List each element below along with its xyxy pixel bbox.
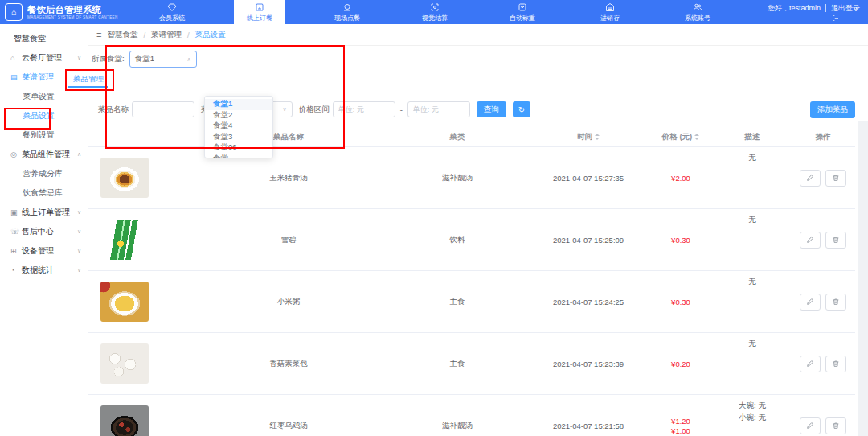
delete-button[interactable] bbox=[825, 417, 846, 434]
app-subtitle: MANAGEMENT SYSTEM OF SMART CANTEEN bbox=[27, 15, 118, 19]
nav-system-account[interactable]: 系统账号 bbox=[672, 0, 723, 24]
reset-button[interactable]: ↻ bbox=[513, 101, 530, 117]
top-bar: ⌂ 餐饮后台管理系统 MANAGEMENT SYSTEM OF SMART CA… bbox=[0, 0, 868, 24]
sort-price-icon[interactable] bbox=[694, 131, 699, 142]
dish-name: 红枣乌鸡汤 bbox=[191, 395, 386, 436]
delete-button[interactable] bbox=[825, 356, 846, 372]
sidebar-item-nutrition-library[interactable]: 营养成分库 bbox=[0, 164, 88, 183]
dropdown-option[interactable]: 食堂4 bbox=[205, 121, 272, 132]
col-header-ops: 操作 bbox=[791, 132, 855, 142]
dish-price: ¥1.20 bbox=[671, 417, 690, 426]
sidebar-item-mealtype-settings[interactable]: 餐别设置 bbox=[0, 125, 88, 145]
storefront-icon bbox=[255, 2, 264, 12]
dish-desc: 小碗: 无 bbox=[739, 413, 766, 423]
table-row: 红枣乌鸡汤 滋补靓汤 2021-04-07 15:21:58 ¥1.20 ¥1.… bbox=[88, 395, 855, 436]
nav-online-order[interactable]: 线上订餐 bbox=[234, 0, 285, 24]
dish-time: 2021-04-07 15:24:25 bbox=[529, 271, 648, 332]
refresh-icon: ↻ bbox=[518, 105, 525, 114]
delete-button[interactable] bbox=[825, 294, 846, 311]
search-button[interactable]: 查询 bbox=[477, 101, 506, 117]
menu-icon: ▤ bbox=[10, 73, 22, 81]
dish-desc: 无 bbox=[748, 277, 756, 287]
sidebar-item-after-sales[interactable]: ☏ 售后中心 ∨ bbox=[0, 222, 88, 241]
components-icon: ◎ bbox=[10, 150, 22, 158]
dish-time: 2021-04-07 15:27:35 bbox=[529, 147, 648, 208]
vision-scan-icon bbox=[430, 2, 440, 12]
divider bbox=[825, 4, 826, 12]
page-background-strip bbox=[858, 121, 868, 436]
table-row: 香菇素菜包 主食 2021-04-07 15:23:39 ¥0.20 无 bbox=[88, 333, 855, 395]
dish-price: ¥1.00 bbox=[671, 426, 690, 435]
edit-button[interactable] bbox=[800, 170, 821, 187]
sidebar-item-smart-canteen[interactable]: 智慧食堂 bbox=[0, 29, 88, 48]
sidebar-item-devices[interactable]: ⊞ 设备管理 ∨ bbox=[0, 241, 88, 261]
dish-table: 菜品名称 菜类 时间 价格 (元) 描述 操作 玉米猪骨汤 滋补靓汤 2021-… bbox=[88, 127, 855, 436]
dish-photo bbox=[100, 405, 149, 436]
dish-desc: 无 bbox=[748, 215, 756, 225]
sidebar-item-diet-taboo-library[interactable]: 饮食禁忌库 bbox=[0, 183, 88, 203]
sidebar-item-menu-settings[interactable]: 菜单设置 bbox=[0, 87, 88, 106]
sort-time-icon[interactable] bbox=[595, 131, 600, 142]
sidebar-item-statistics[interactable]: ◔ 数据统计 ∨ bbox=[0, 261, 88, 280]
logout-icon[interactable] bbox=[832, 14, 860, 22]
user-greeting: 您好，testadmin bbox=[768, 3, 821, 14]
building-icon: ⌂ bbox=[5, 3, 23, 21]
warehouse-icon bbox=[605, 2, 615, 12]
dish-price: ¥0.20 bbox=[671, 360, 690, 368]
col-header-time: 时间 bbox=[529, 131, 648, 142]
chevron-down-icon: ∨ bbox=[77, 209, 81, 216]
devices-icon: ⊞ bbox=[10, 247, 22, 255]
app-logo: ⌂ 餐饮后台管理系统 MANAGEMENT SYSTEM OF SMART CA… bbox=[0, 0, 143, 24]
dropdown-option-clipped[interactable]: 食堂 bbox=[205, 154, 272, 159]
home-icon: ⌂ bbox=[10, 54, 22, 62]
price-max-input[interactable] bbox=[407, 101, 470, 117]
price-min-input[interactable] bbox=[333, 101, 395, 117]
top-nav: 会员系统 线上订餐 现场点餐 视觉结算 自动称重 进销存 系统账号 bbox=[143, 0, 746, 24]
delete-button[interactable] bbox=[825, 170, 846, 187]
dish-photo bbox=[100, 282, 149, 322]
dish-price: ¥0.30 bbox=[671, 236, 690, 245]
collapse-sidebar-icon[interactable]: ≡ bbox=[96, 30, 101, 39]
orders-icon: ▣ bbox=[10, 208, 22, 216]
dish-price: ¥2.00 bbox=[671, 174, 690, 183]
canteen-select[interactable]: 食堂1 ∧ bbox=[129, 51, 197, 68]
nav-dine-in-order[interactable]: 现场点餐 bbox=[321, 0, 373, 24]
breadcrumb-item[interactable]: 智慧食堂 bbox=[107, 30, 137, 40]
users-icon bbox=[693, 2, 702, 12]
tab-dish-management[interactable]: 菜品管理 bbox=[68, 72, 108, 88]
chevron-down-icon: ∨ bbox=[77, 267, 81, 274]
chevron-down-icon: ∨ bbox=[77, 55, 81, 61]
add-dish-button[interactable]: 添加菜品 bbox=[810, 101, 855, 118]
sidebar-item-dish-components[interactable]: ◎ 菜品组件管理 ∧ bbox=[0, 145, 88, 164]
breadcrumb-item[interactable]: 菜谱管理 bbox=[151, 30, 182, 40]
dish-time: 2021-04-07 15:23:39 bbox=[529, 333, 648, 394]
nav-member-system[interactable]: 会员系统 bbox=[146, 0, 198, 24]
edit-button[interactable] bbox=[800, 356, 821, 372]
edit-button[interactable] bbox=[800, 417, 821, 434]
dish-category: 滋补靓汤 bbox=[386, 147, 529, 208]
edit-button[interactable] bbox=[800, 232, 821, 249]
table-row: 小米粥 主食 2021-04-07 15:24:25 ¥0.30 无 bbox=[88, 271, 855, 333]
nav-vision-checkout[interactable]: 视觉结算 bbox=[409, 0, 461, 24]
sidebar-item-cloud-restaurant[interactable]: ⌂ 云餐厅管理 ∨ bbox=[0, 48, 88, 68]
dropdown-option[interactable]: 食堂1 bbox=[205, 99, 272, 110]
dropdown-option[interactable]: 食堂3 bbox=[205, 132, 272, 143]
delete-button[interactable] bbox=[825, 232, 846, 249]
dropdown-option[interactable]: 食堂2 bbox=[205, 110, 272, 121]
sidebar-item-dish-settings[interactable]: 菜品设置 bbox=[0, 106, 88, 125]
dish-category: 主食 bbox=[386, 271, 529, 332]
chevron-down-icon: ∨ bbox=[77, 248, 81, 254]
sidebar-item-online-orders[interactable]: ▣ 线上订单管理 ∨ bbox=[0, 203, 88, 222]
dish-name-input[interactable] bbox=[132, 101, 194, 117]
dropdown-option[interactable]: 食堂06 bbox=[205, 142, 272, 154]
stats-icon: ◔ bbox=[10, 266, 22, 274]
logout-link[interactable]: 退出登录 bbox=[831, 3, 860, 14]
dish-desc: 无 bbox=[748, 339, 756, 349]
chevron-up-icon: ∧ bbox=[187, 56, 191, 63]
dish-name-label: 菜品名称 bbox=[98, 105, 129, 115]
nav-auto-weighing[interactable]: 自动称重 bbox=[497, 0, 548, 24]
nav-inventory[interactable]: 进销存 bbox=[584, 0, 636, 24]
edit-button[interactable] bbox=[800, 294, 821, 311]
breadcrumb-current: 菜品设置 bbox=[195, 30, 226, 40]
canteen-select-row: 所属食堂: 食堂1 ∧ bbox=[88, 51, 197, 68]
